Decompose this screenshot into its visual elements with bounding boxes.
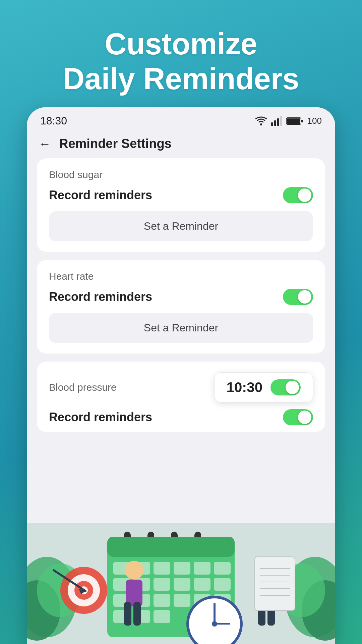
heart-rate-record-label: Record reminders: [49, 290, 152, 304]
header-section: Customize Daily Reminders: [0, 0, 362, 110]
content-area: Blood sugar Record reminders Set a Remin…: [27, 158, 335, 432]
heart-rate-record-row: Record reminders: [49, 289, 313, 305]
blood-pressure-toggle-tooltip[interactable]: [270, 379, 301, 395]
svg-rect-54: [124, 602, 131, 626]
illustration-svg: [27, 503, 335, 644]
svg-rect-41: [154, 594, 170, 607]
svg-rect-7: [301, 120, 303, 122]
blood-pressure-toggle[interactable]: [283, 409, 313, 425]
blood-sugar-toggle[interactable]: [283, 187, 313, 203]
illustration-area: [27, 503, 335, 644]
svg-rect-3: [277, 118, 279, 126]
status-icons: 100: [255, 116, 322, 126]
svg-rect-37: [194, 578, 210, 591]
blood-sugar-set-reminder-button[interactable]: Set a Reminder: [49, 211, 313, 241]
svg-rect-36: [174, 578, 190, 591]
header-line2: Daily Reminders: [63, 62, 299, 96]
blood-sugar-category: Blood sugar: [49, 169, 313, 180]
svg-rect-6: [287, 118, 300, 124]
heart-rate-category: Heart rate: [49, 271, 313, 282]
heart-rate-set-reminder-button[interactable]: Set a Reminder: [49, 313, 313, 343]
back-button[interactable]: ←: [39, 137, 51, 151]
nav-title: Reminder Settings: [59, 137, 172, 151]
svg-rect-30: [174, 562, 190, 575]
time-tooltip: 10:30: [214, 372, 313, 402]
status-time: 18:30: [40, 115, 67, 127]
svg-rect-42: [174, 594, 190, 607]
svg-rect-26: [107, 537, 235, 557]
svg-point-52: [125, 561, 143, 580]
battery-text: 100: [307, 116, 322, 126]
blood-pressure-record-label: Record reminders: [49, 410, 152, 424]
blood-pressure-card: Blood pressure 10:30 Record reminders: [37, 362, 325, 432]
svg-rect-62: [255, 557, 295, 610]
heart-rate-card: Heart rate Record reminders Set a Remind…: [37, 260, 325, 354]
blood-sugar-record-label: Record reminders: [49, 188, 152, 202]
svg-rect-2: [274, 120, 276, 126]
nav-bar: ← Reminder Settings: [27, 130, 335, 158]
header-line1: Customize: [105, 27, 257, 61]
svg-rect-38: [214, 578, 231, 591]
status-bar: 18:30 100: [27, 107, 335, 130]
blood-sugar-card: Blood sugar Record reminders Set a Remin…: [37, 158, 325, 252]
blood-pressure-record-row: Record reminders: [49, 409, 313, 425]
heart-rate-toggle[interactable]: [283, 289, 313, 305]
wifi-icon: [255, 116, 267, 126]
blood-pressure-category: Blood pressure: [49, 382, 117, 393]
svg-rect-32: [214, 562, 231, 575]
blood-pressure-top-row: Blood pressure 10:30: [49, 372, 313, 402]
signal-icon: [271, 116, 282, 126]
blood-sugar-record-row: Record reminders: [49, 187, 313, 203]
svg-rect-47: [154, 610, 170, 623]
svg-rect-1: [271, 122, 273, 126]
svg-rect-4: [280, 116, 282, 126]
svg-rect-35: [154, 578, 170, 591]
svg-rect-55: [133, 602, 141, 626]
svg-rect-31: [194, 562, 210, 575]
phone-mockup: 18:30 100: [27, 107, 335, 644]
tooltip-time: 10:30: [227, 379, 262, 395]
battery-icon: [286, 117, 303, 125]
svg-point-0: [260, 123, 262, 125]
svg-rect-29: [154, 562, 170, 575]
